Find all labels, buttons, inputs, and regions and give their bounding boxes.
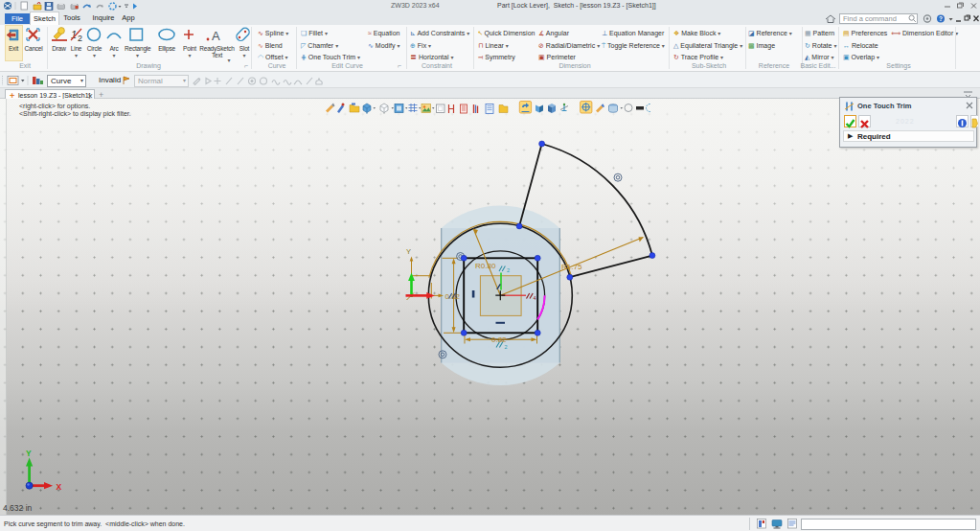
svg-text:R1.75: R1.75 — [561, 263, 582, 271]
svg-text:X: X — [57, 482, 62, 492]
svg-text:?: ? — [939, 15, 943, 22]
svg-text:0.82: 0.82 — [445, 292, 461, 301]
svg-text:2: 2 — [505, 344, 508, 350]
svg-text:2: 2 — [78, 34, 82, 43]
svg-text:A: A — [212, 29, 220, 43]
svg-text:2: 2 — [507, 267, 510, 273]
svg-text:R0.80: R0.80 — [475, 262, 496, 270]
svg-text:4: 4 — [534, 295, 536, 301]
svg-text:Y: Y — [26, 449, 32, 458]
svg-text:Y: Y — [406, 247, 411, 256]
